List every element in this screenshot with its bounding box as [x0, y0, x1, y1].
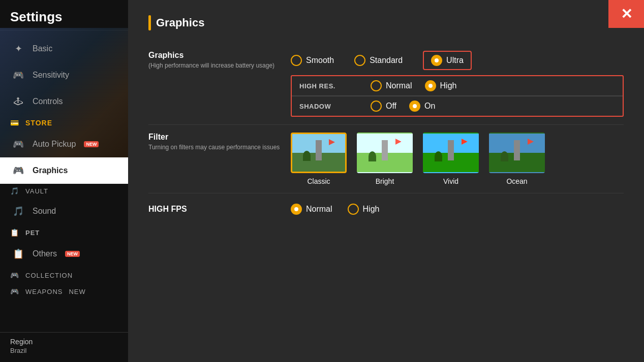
- basic-icon: ✦: [10, 41, 26, 57]
- sidebar-item-label: Graphics: [33, 166, 68, 175]
- high-res-row: HIGH RES. Normal High: [292, 76, 623, 96]
- sound-icon: 🎵: [10, 203, 26, 219]
- auto-pickup-icon: 🎮: [10, 136, 26, 152]
- filter-thumbnails: Classic Bright: [291, 133, 545, 185]
- sidebar-item-pet[interactable]: 📋 PET: [0, 224, 128, 241]
- pet-icon: 📋: [10, 228, 19, 237]
- section-header: Graphics: [148, 15, 624, 30]
- sidebar-items: ✦ Basic 🎮 Sensitivity 🕹 Controls 💳 STORE…: [0, 36, 128, 332]
- sidebar-item-sound[interactable]: 🎵 Sound: [0, 198, 128, 224]
- sidebar-item-auto-pickup[interactable]: 🎮 Auto Pickup NEW: [0, 131, 128, 157]
- sidebar-item-label: PET: [25, 229, 40, 237]
- ultra-label: Ultra: [446, 56, 464, 65]
- sidebar-item-label: Controls: [33, 97, 63, 106]
- filter-vivid-img: [423, 133, 479, 173]
- tower-icon: [316, 140, 322, 160]
- sidebar-item-label: STORE: [25, 119, 52, 127]
- flag-icon: [395, 139, 402, 145]
- filter-option-ocean[interactable]: Ocean: [489, 133, 545, 185]
- graphics-table: Graphics (High performance will increase…: [148, 43, 624, 225]
- flag-icon: [462, 139, 468, 145]
- sidebar-item-vault[interactable]: 🎵 VAULT: [0, 184, 128, 198]
- new-badge: NEW: [65, 251, 80, 257]
- shadow-option-on[interactable]: On: [409, 101, 435, 112]
- filter-label-col: Filter Turning on filters may cause perf…: [148, 133, 291, 151]
- sensitivity-icon: 🎮: [10, 67, 26, 83]
- highfps-high-label: High: [363, 205, 380, 214]
- vault-icon: 🎵: [10, 187, 19, 195]
- filter-option-classic[interactable]: Classic: [291, 133, 347, 185]
- sidebar-item-basic[interactable]: ✦ Basic: [0, 36, 128, 62]
- sidebar-item-label: WEAPONS: [25, 288, 63, 295]
- radio-highfps-high: [348, 204, 359, 215]
- sidebar-item-sensitivity[interactable]: 🎮 Sensitivity: [0, 62, 128, 88]
- filter-option-vivid[interactable]: Vivid: [423, 133, 479, 185]
- highfps-option-normal[interactable]: Normal: [291, 204, 332, 215]
- sidebar-item-store[interactable]: 💳 STORE: [0, 115, 128, 131]
- sidebar-item-label: Sensitivity: [33, 71, 69, 80]
- high-res-label: HIGH RES.: [299, 82, 355, 90]
- others-icon: 📋: [10, 246, 26, 262]
- highfps-option-high[interactable]: High: [348, 204, 380, 215]
- standard-label: Standard: [370, 56, 403, 65]
- shadow-row: SHADOW Off On: [292, 96, 623, 116]
- high-res-option-normal[interactable]: Normal: [371, 80, 412, 91]
- graphics-option-smooth[interactable]: Smooth: [291, 55, 334, 66]
- radio-shadow-on: [409, 101, 420, 112]
- high-res-option-high[interactable]: High: [425, 80, 457, 91]
- highfps-normal-label: Normal: [306, 205, 332, 214]
- highfps-label: HIGH FPS: [148, 205, 187, 213]
- main-content: ✕ Graphics Graphics (High performance wi…: [128, 0, 644, 362]
- store-icon: 💳: [10, 119, 19, 127]
- tower-icon: [382, 140, 388, 160]
- close-icon: ✕: [621, 6, 632, 22]
- section-bar: [148, 15, 151, 30]
- radio-ultra: [431, 55, 442, 66]
- bright-label: Bright: [376, 177, 394, 185]
- sidebar-item-weapons[interactable]: 🎮 WEAPONS NEW: [0, 283, 128, 300]
- filter-label: Filter: [148, 133, 168, 141]
- radio-res-normal: [371, 80, 382, 91]
- graphics-quality-row: Graphics (High performance will increase…: [148, 43, 624, 125]
- filter-sublabel: Turning on filters may cause performance…: [148, 144, 291, 151]
- weapons-icon: 🎮: [10, 287, 19, 295]
- controls-icon: 🕹: [10, 93, 26, 110]
- shadow-option-off[interactable]: Off: [371, 101, 396, 112]
- settings-area: Graphics Graphics (High performance will…: [128, 5, 644, 235]
- shadow-off-label: Off: [386, 102, 396, 111]
- sidebar-item-label: Sound: [33, 207, 56, 216]
- region-label: Region: [10, 338, 118, 346]
- sidebar-item-others[interactable]: 📋 Others NEW: [0, 241, 128, 267]
- sidebar-bottom: Region Brazil: [0, 332, 128, 362]
- radio-shadow-off: [371, 101, 382, 112]
- sidebar: Settings ✦ Basic 🎮 Sensitivity 🕹 Control…: [0, 0, 128, 362]
- radio-standard: [354, 55, 365, 66]
- close-button[interactable]: ✕: [608, 0, 644, 28]
- sidebar-item-graphics[interactable]: 🎮 Graphics: [0, 157, 128, 184]
- radio-smooth: [291, 55, 302, 66]
- ocean-label: Ocean: [506, 177, 527, 185]
- graphics-option-ultra[interactable]: Ultra: [423, 51, 472, 70]
- filter-option-bright[interactable]: Bright: [357, 133, 413, 185]
- region-value: Brazil: [10, 347, 118, 354]
- tower-icon: [514, 140, 520, 160]
- graphics-sublabel: (High performance will increase battery …: [148, 62, 291, 69]
- sidebar-item-collection[interactable]: 🎮 COLLECTION: [0, 267, 128, 283]
- filter-bright-img: [357, 133, 413, 173]
- tree-icon: [501, 151, 508, 161]
- sidebar-item-label: COLLECTION: [25, 272, 73, 279]
- highfps-row: HIGH FPS Normal High: [148, 193, 624, 225]
- res-normal-label: Normal: [386, 81, 412, 90]
- smooth-label: Smooth: [306, 56, 334, 65]
- tower-icon: [448, 140, 454, 160]
- sidebar-item-controls[interactable]: 🕹 Controls: [0, 88, 128, 115]
- flag-icon: [329, 139, 335, 145]
- filter-classic-img: [291, 133, 347, 173]
- graphics-option-standard[interactable]: Standard: [354, 55, 403, 66]
- high-res-options: Normal High: [371, 80, 615, 91]
- vivid-label: Vivid: [443, 177, 458, 185]
- sidebar-item-label: VAULT: [25, 187, 48, 195]
- collection-icon: 🎮: [10, 271, 19, 279]
- filter-row: Filter Turning on filters may cause perf…: [148, 125, 624, 193]
- flag-icon: [528, 139, 534, 145]
